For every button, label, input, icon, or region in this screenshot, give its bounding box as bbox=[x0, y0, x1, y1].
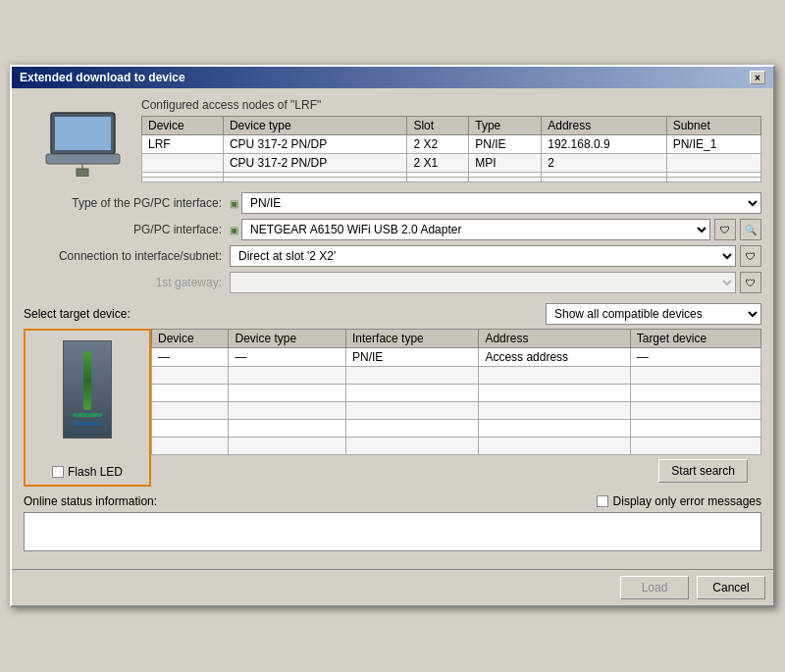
table-row bbox=[666, 178, 760, 182]
online-status-label: Online status information: bbox=[24, 494, 157, 508]
target-col-address: Address bbox=[479, 330, 630, 348]
search-btn-wrapper: Start search bbox=[151, 459, 761, 487]
target-dropdown-area: Show all compatible devices bbox=[546, 303, 761, 325]
table-row bbox=[407, 178, 469, 182]
table-row bbox=[542, 178, 666, 182]
table-cell bbox=[630, 420, 760, 438]
table-row bbox=[142, 154, 224, 173]
form-row-gateway: 1st gateway: 🛡 bbox=[24, 272, 761, 293]
table-cell: PN/IE bbox=[346, 348, 479, 367]
display-errors-checkbox[interactable] bbox=[597, 495, 608, 507]
device-detail bbox=[73, 413, 102, 417]
target-table-section: Device Device type Interface type Addres… bbox=[151, 329, 761, 487]
target-device-select[interactable]: Show all compatible devices bbox=[546, 303, 761, 325]
table-row bbox=[142, 178, 224, 182]
flash-led-label: Flash LED bbox=[68, 465, 123, 479]
table-row bbox=[223, 178, 406, 182]
search-icon-btn[interactable]: 🔍 bbox=[740, 219, 761, 240]
table-cell bbox=[152, 402, 229, 420]
pgpc-interface-select[interactable]: NETGEAR A6150 WiFi USB 2.0 Adapter bbox=[241, 219, 710, 240]
table-cell bbox=[152, 385, 229, 402]
col-header-address: Address bbox=[542, 117, 666, 135]
device-preview-box: Flash LED bbox=[24, 329, 151, 487]
gateway-select[interactable] bbox=[230, 272, 736, 293]
table-cell: — bbox=[630, 348, 760, 367]
svg-rect-2 bbox=[46, 154, 120, 164]
table-cell bbox=[479, 420, 630, 438]
table-row: 2 X2 bbox=[407, 135, 469, 154]
table-row: CPU 317-2 PN/DP bbox=[223, 154, 406, 173]
shield-icon-btn-1[interactable]: 🛡 bbox=[714, 219, 736, 240]
form-row-pgpc-type: Type of the PG/PC interface: ▣ PN/IE bbox=[24, 192, 761, 214]
table-cell bbox=[229, 367, 346, 385]
target-table: Device Device type Interface type Addres… bbox=[151, 329, 761, 455]
connection-select[interactable]: Direct at slot '2 X2' bbox=[230, 245, 736, 267]
table-cell bbox=[479, 367, 630, 385]
target-col-device: Device bbox=[152, 330, 229, 348]
table-cell bbox=[630, 385, 760, 402]
table-row: ——PN/IEAccess address— bbox=[152, 348, 761, 367]
display-errors-label: Display only error messages bbox=[613, 494, 761, 508]
connection-label: Connection to interface/subnet: bbox=[24, 249, 230, 263]
target-area: Flash LED Device Device type Interface t… bbox=[24, 329, 761, 487]
shield-icon-btn-2[interactable]: 🛡 bbox=[740, 245, 761, 267]
device-detail-2 bbox=[73, 422, 102, 426]
col-header-slot: Slot bbox=[407, 117, 469, 135]
cancel-button[interactable]: Cancel bbox=[697, 576, 765, 599]
table-row bbox=[152, 385, 761, 402]
connection-control: Direct at slot '2 X2' 🛡 bbox=[230, 245, 761, 267]
table-cell bbox=[346, 385, 479, 402]
target-area-wrapper: Select target device: Show all compatibl… bbox=[24, 303, 761, 487]
configured-table: Device Device type Slot Type Address Sub… bbox=[141, 116, 761, 182]
table-row: 2 bbox=[542, 154, 666, 173]
table-row bbox=[666, 154, 760, 173]
svg-rect-4 bbox=[77, 169, 88, 177]
target-label: Select target device: bbox=[24, 307, 131, 321]
pgpc-interface-label: PG/PC interface: bbox=[24, 223, 230, 236]
table-row: PN/IE bbox=[469, 135, 542, 154]
shield-icon-btn-3[interactable]: 🛡 bbox=[740, 272, 761, 293]
top-area: Configured access nodes of "LRF" Device … bbox=[24, 98, 761, 182]
table-cell bbox=[229, 385, 346, 402]
load-button[interactable]: Load bbox=[620, 576, 689, 599]
col-header-type: Type bbox=[469, 117, 542, 135]
table-row: PN/IE_1 bbox=[666, 135, 760, 154]
status-info-area bbox=[24, 512, 761, 551]
table-cell bbox=[346, 402, 479, 420]
close-button[interactable]: × bbox=[750, 71, 765, 84]
pgpc-type-control: ▣ PN/IE bbox=[230, 192, 761, 214]
col-header-device-type: Device type bbox=[223, 117, 406, 135]
gateway-control: 🛡 bbox=[230, 272, 761, 293]
table-cell bbox=[229, 438, 346, 455]
extended-download-dialog: Extended download to device × bbox=[10, 65, 775, 607]
led-strip bbox=[83, 351, 91, 410]
table-row bbox=[152, 438, 761, 455]
table-cell bbox=[229, 402, 346, 420]
table-cell bbox=[346, 367, 479, 385]
start-search-button[interactable]: Start search bbox=[658, 459, 748, 483]
pgpc-interface-control: ▣ NETGEAR A6150 WiFi USB 2.0 Adapter 🛡 🔍 bbox=[230, 219, 761, 240]
table-row: CPU 317-2 PN/DP bbox=[223, 135, 406, 154]
flash-led-checkbox[interactable] bbox=[52, 466, 64, 478]
laptop-icon bbox=[41, 108, 125, 177]
table-row bbox=[152, 420, 761, 438]
col-header-device: Device bbox=[142, 117, 224, 135]
gateway-label: 1st gateway: bbox=[24, 276, 230, 289]
table-row bbox=[469, 178, 542, 182]
online-status-row: Online status information: Display only … bbox=[24, 494, 761, 508]
display-errors-row: Display only error messages bbox=[597, 494, 761, 508]
table-row bbox=[152, 402, 761, 420]
bottom-buttons: Load Cancel bbox=[12, 569, 773, 605]
table-cell: Access address bbox=[479, 348, 630, 367]
table-cell bbox=[152, 420, 229, 438]
form-row-pgpc-interface: PG/PC interface: ▣ NETGEAR A6150 WiFi US… bbox=[24, 219, 761, 240]
table-row: 2 X1 bbox=[407, 154, 469, 173]
target-col-target-device: Target device bbox=[630, 330, 760, 348]
table-cell bbox=[229, 420, 346, 438]
table-cell bbox=[479, 438, 630, 455]
pgpc-type-select[interactable]: PN/IE bbox=[241, 192, 761, 214]
pgpc-type-label: Type of the PG/PC interface: bbox=[24, 196, 230, 210]
dialog-title: Extended download to device bbox=[20, 71, 185, 84]
table-cell bbox=[152, 367, 229, 385]
table-cell bbox=[346, 420, 479, 438]
